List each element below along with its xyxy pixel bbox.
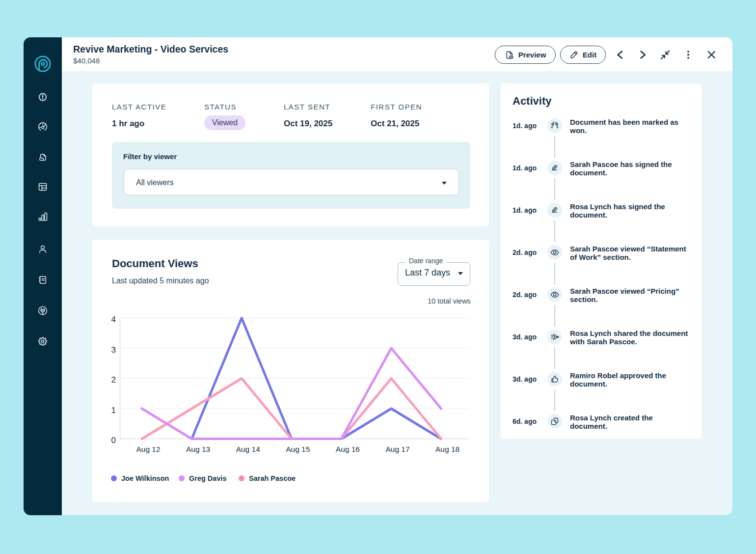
svg-text:0: 0 (111, 436, 116, 445)
svg-text:Aug 15: Aug 15 (286, 445, 310, 453)
svg-text:Aug 16: Aug 16 (336, 445, 360, 453)
svg-text:4: 4 (111, 315, 116, 324)
svg-text:Aug 13: Aug 13 (186, 445, 210, 453)
svg-text:Aug 14: Aug 14 (236, 445, 261, 453)
svg-text:Aug 17: Aug 17 (385, 445, 409, 453)
svg-text:Aug 12: Aug 12 (136, 445, 160, 453)
svg-text:1: 1 (111, 406, 116, 415)
svg-text:2: 2 (111, 375, 116, 385)
svg-text:Aug 18: Aug 18 (435, 445, 459, 453)
svg-text:3: 3 (111, 345, 116, 355)
